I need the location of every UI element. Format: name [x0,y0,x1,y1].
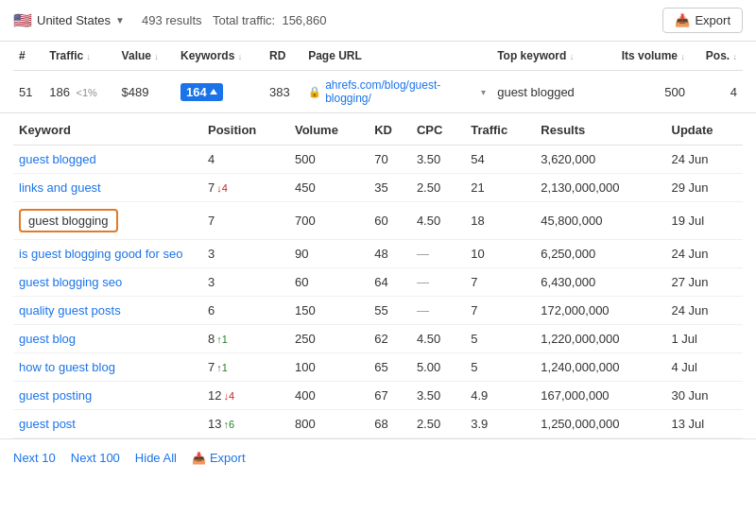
kw-col-position: Position [202,113,289,146]
col-keywords[interactable]: Keywords ↓ [175,42,264,71]
arrow-up-icon [210,89,217,94]
kw-row: guest blogged 4 500 70 3.50 54 3,620,000… [13,146,743,174]
cell-keywords: 164 [175,71,264,113]
position-value: 7 [208,180,215,195]
position-value: 3 [208,247,215,261]
summary-section: # Traffic ↓ Value ↓ Keywords ↓ RD [0,42,756,113]
cell-volume: 60 [289,268,369,297]
kw-col-kd: KD [369,113,411,146]
position-value: 6 [208,303,215,317]
keyword-link[interactable]: guest blogged [19,152,96,166]
cell-keyword[interactable]: is guest blogging good for seo [13,240,202,268]
cell-keyword[interactable]: links and guest [13,174,202,202]
cell-keyword[interactable]: guest posting [13,382,202,410]
url-link[interactable]: 🔒 ahrefs.com/blog/guest-blogging/ ▾ [308,78,486,105]
keyword-link[interactable]: guest post [19,417,76,431]
cell-row-num: 51 [13,71,43,113]
country-selector[interactable]: 🇺🇸 United States ▼ [13,11,125,29]
cell-keyword[interactable]: quality guest posts [13,297,202,325]
cell-keyword: guest blogging [13,202,202,240]
kw-row: quality guest posts 6 150 55 — 7 172,000… [13,297,743,325]
cell-results: 6,250,000 [535,240,665,268]
cell-volume: 250 [289,325,369,353]
next-10-link[interactable]: Next 10 [13,451,56,465]
cell-volume: 450 [289,174,369,202]
cell-position: 13↑6 [202,410,289,438]
cell-volume: 90 [289,240,369,268]
cell-update: 19 Jul [666,202,744,240]
kw-row: how to guest blog 7↑1 100 65 5.00 5 1,24… [13,353,743,382]
position-value: 8 [208,332,215,346]
kw-col-update: Update [666,113,744,146]
keyword-link[interactable]: guest blog [19,332,76,346]
cell-update: 4 Jul [666,353,744,382]
pos-change-indicator: ↓4 [216,182,228,194]
cell-position: 3 [202,268,289,297]
cell-position: 8↑1 [202,325,289,353]
cell-rd: 383 [264,71,302,113]
cell-volume: 800 [289,410,369,438]
export-icon: 📥 [675,13,690,27]
keywords-section: Keyword Position Volume KD CPC Traffic R… [0,113,756,438]
cell-kd: 70 [369,146,411,174]
cell-traffic: 10 [465,240,535,268]
cell-update: 27 Jun [666,268,744,297]
cell-its-volume: 500 [599,71,691,113]
cell-cpc: — [411,297,465,325]
keyword-link[interactable]: quality guest posts [19,303,121,317]
cell-volume: 100 [289,353,369,382]
position-value: 3 [208,275,215,289]
cell-volume: 150 [289,297,369,325]
keyword-link[interactable]: links and guest [19,180,101,195]
cell-position: 7↑1 [202,353,289,382]
position-value: 4 [208,152,215,166]
cell-cpc: 2.50 [411,410,465,438]
cell-update: 29 Jun [666,174,744,202]
col-hash: # [13,42,43,71]
cell-keyword[interactable]: guest blog [13,325,202,353]
cell-keyword[interactable]: guest blogging seo [13,268,202,297]
keyword-link[interactable]: how to guest blog [19,360,115,374]
col-traffic[interactable]: Traffic ↓ [43,42,115,71]
kw-row: guest blogging 7 700 60 4.50 18 45,800,0… [13,202,743,240]
keywords-table: Keyword Position Volume KD CPC Traffic R… [13,113,743,438]
kw-row: guest blog 8↑1 250 62 4.50 5 1,220,000,0… [13,325,743,353]
cell-url[interactable]: 🔒 ahrefs.com/blog/guest-blogging/ ▾ [302,71,491,113]
sort-icon-value: ↓ [154,52,159,61]
cell-results: 172,000,000 [535,297,665,325]
results-count: 493 results [142,13,202,27]
hide-all-link[interactable]: Hide All [135,451,177,465]
kw-col-traffic: Traffic [465,113,535,146]
cell-traffic: 54 [465,146,535,174]
export-bottom-btn[interactable]: 📥 Export [192,451,246,465]
keyword-link[interactable]: guest posting [19,388,92,403]
cell-keyword[interactable]: guest blogged [13,146,202,174]
next-100-link[interactable]: Next 100 [71,451,120,465]
keywords-badge: 164 [180,83,223,101]
cell-keyword[interactable]: how to guest blog [13,353,202,382]
summary-header-row: # Traffic ↓ Value ↓ Keywords ↓ RD [13,42,743,71]
cell-cpc: 3.50 [411,382,465,410]
col-top-keyword[interactable]: Top keyword ↓ [491,42,599,71]
cell-kd: 35 [369,174,411,202]
cell-results: 1,250,000,000 [535,410,665,438]
export-button[interactable]: 📥 Export [662,8,743,33]
cell-update: 24 Jun [666,146,744,174]
top-bar: 🇺🇸 United States ▼ 493 results Total tra… [0,0,756,42]
cell-traffic: 7 [465,297,535,325]
sort-icon-vol: ↓ [680,52,685,61]
cell-kd: 67 [369,382,411,410]
col-pos[interactable]: Pos. ↓ [691,42,743,71]
col-volume[interactable]: Its volume ↓ [599,42,691,71]
keyword-link[interactable]: is guest blogging good for seo [19,247,182,261]
cell-keyword[interactable]: guest post [13,410,202,438]
cell-cpc: 5.00 [411,353,465,382]
col-value[interactable]: Value ↓ [116,42,175,71]
top-bar-right: 📥 Export [662,8,743,33]
cell-results: 3,620,000 [535,146,665,174]
sort-icon-topkw: ↓ [570,52,575,61]
kw-row: is guest blogging good for seo 3 90 48 —… [13,240,743,268]
cell-kd: 65 [369,353,411,382]
keyword-link[interactable]: guest blogging seo [19,275,122,289]
pos-change-indicator: ↓4 [223,390,234,402]
